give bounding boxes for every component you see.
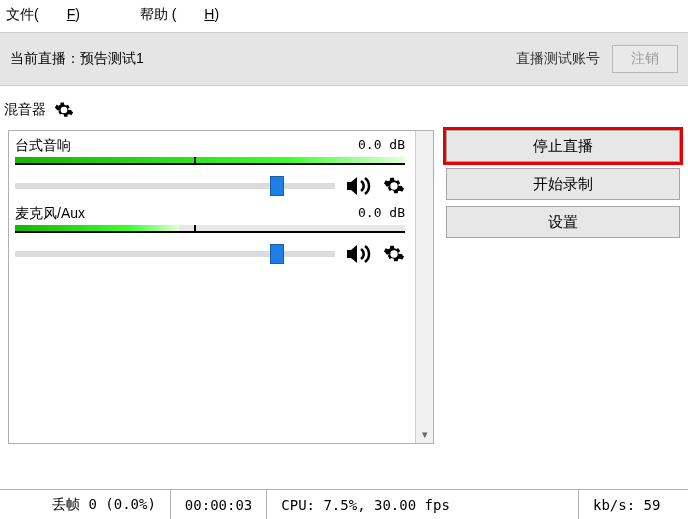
volume-slider[interactable] <box>15 183 335 189</box>
slider-thumb[interactable] <box>270 244 284 264</box>
menu-help[interactable]: 帮助 (H) <box>140 6 247 22</box>
volume-slider[interactable] <box>15 251 335 257</box>
mixer-title-label: 混音器 <box>4 101 46 119</box>
status-cpu-fps: CPU: 7.5%, 30.00 fps <box>266 490 578 519</box>
account-name: 直播测试账号 <box>516 50 600 68</box>
scrollbar[interactable]: ▾ <box>415 131 433 443</box>
gear-icon[interactable] <box>54 100 74 120</box>
status-bitrate: kb/s: 59 <box>578 490 688 519</box>
settings-button[interactable]: 设置 <box>446 206 680 238</box>
speaker-icon[interactable] <box>345 175 373 197</box>
gear-icon[interactable] <box>383 175 405 197</box>
channel-name: 台式音响 <box>15 137 71 155</box>
level-meter <box>15 157 405 165</box>
current-stream-label: 当前直播：预告测试1 <box>10 50 144 68</box>
channel-level: 0.0 dB <box>85 205 405 223</box>
audio-channel: 台式音响 0.0 dB <box>15 135 405 197</box>
level-meter <box>15 225 405 233</box>
audio-channel: 麦克风/Aux 0.0 dB <box>15 203 405 265</box>
channel-name: 麦克风/Aux <box>15 205 85 223</box>
stream-info-bar: 当前直播：预告测试1 直播测试账号 注销 <box>0 32 688 86</box>
status-dropped-frames: 丢帧 0 (0.0%) <box>0 490 170 519</box>
channel-level: 0.0 dB <box>71 137 405 155</box>
gear-icon[interactable] <box>383 243 405 265</box>
mixer-header: 混音器 <box>0 86 688 130</box>
menu-file[interactable]: 文件(F) <box>6 6 108 22</box>
controls-column: 停止直播 开始录制 设置 <box>446 130 680 444</box>
status-bar: 丢帧 0 (0.0%) 00:00:03 CPU: 7.5%, 30.00 fp… <box>0 489 688 519</box>
slider-thumb[interactable] <box>270 176 284 196</box>
stop-stream-button[interactable]: 停止直播 <box>446 130 680 162</box>
mixer-panel: 台式音响 0.0 dB 麦克风/Aux <box>8 130 434 444</box>
start-record-button[interactable]: 开始录制 <box>446 168 680 200</box>
status-timecode: 00:00:03 <box>170 490 266 519</box>
logout-button[interactable]: 注销 <box>612 45 678 73</box>
menu-bar: 文件(F) 帮助 (H) <box>0 0 688 32</box>
speaker-icon[interactable] <box>345 243 373 265</box>
chevron-down-icon[interactable]: ▾ <box>416 426 433 443</box>
